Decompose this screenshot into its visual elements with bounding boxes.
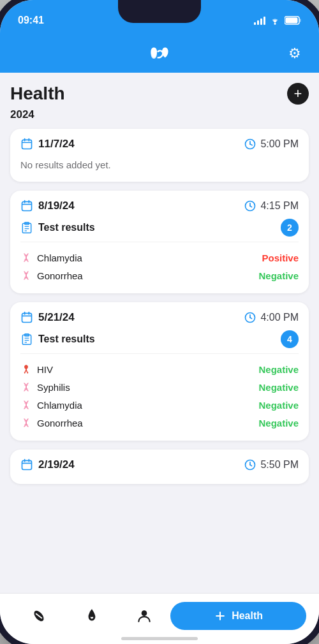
battery-icon [285,16,301,25]
app-logo [147,43,172,64]
result-name-hiv: HIV [20,363,53,375]
calendar-icon-1 [20,138,33,150]
dna-icon-chlamydia-3 [20,399,32,411]
flame-icon [84,608,100,624]
svg-line-52 [250,465,252,466]
card-header-2: 8/19/24 4:15 PM [20,200,299,212]
wifi-icon [269,16,281,25]
svg-rect-12 [22,201,32,210]
home-indicator [121,637,198,640]
year-label: 2024 [10,108,309,121]
health-card-2: 8/19/24 4:15 PM [10,191,309,293]
svg-point-4 [151,48,157,59]
phone-frame: 09:41 [0,0,319,644]
page-title: Health [10,84,65,104]
svg-rect-3 [286,18,298,24]
signal-icon [254,16,265,25]
no-results-text-1: No results added yet. [20,157,299,173]
top-nav: ⚙ [0,34,319,73]
result-name-syphilis: Syphilis [20,381,70,393]
clock-icon-1 [244,138,256,150]
status-icons [254,16,301,25]
svg-rect-5 [22,140,32,149]
dna-icon-chlamydia-2 [20,252,32,263]
card-time-4: 5:50 PM [244,458,299,471]
result-status-gonorrhea-3: Negative [258,418,299,428]
svg-line-11 [250,144,252,145]
health-card-1: 11/7/24 5:00 PM No results added yet. [10,129,309,182]
nav-pill-button[interactable] [13,608,65,624]
clock-icon-4 [244,458,256,471]
nav-person-button[interactable] [118,608,170,624]
svg-line-18 [250,206,252,207]
svg-point-55 [142,610,147,616]
settings-button[interactable]: ⚙ [283,42,306,65]
test-results-label-2: Test results [20,221,95,234]
count-badge-3: 4 [281,330,299,348]
card-time-3: 4:00 PM [244,311,299,324]
svg-rect-2 [300,19,301,22]
test-results-row-3: Test results 4 [20,330,299,354]
card-date-4: 2/19/24 [20,458,75,471]
card-date-1: 11/7/24 [20,138,75,150]
svg-line-34 [250,318,252,319]
add-button[interactable]: + [287,83,309,105]
bottom-nav: Health [0,593,319,644]
dna-icon-gonorrhea-3 [20,417,32,428]
svg-rect-46 [22,460,32,469]
calendar-icon-3 [20,311,33,324]
count-badge-2: 2 [281,219,299,237]
result-name-gonorrhea-2: Gonorrhea [20,270,83,281]
result-name-gonorrhea-3: Gonorrhea [20,417,83,428]
test-results-row-2: Test results 2 [20,219,299,242]
card-date-2: 8/19/24 [20,200,75,212]
nav-health-button[interactable]: Health [170,602,306,630]
calendar-icon-4 [20,458,33,471]
card-header-1: 11/7/24 5:00 PM [20,138,299,150]
result-row-chlamydia-3: Chlamydia Negative [20,396,299,414]
status-time: 09:41 [18,15,44,26]
clock-icon-3 [244,311,256,324]
card-time-1: 5:00 PM [244,138,299,150]
clock-icon-2 [244,200,256,212]
result-name-chlamydia-2: Chlamydia [20,252,82,263]
dna-icon-syphilis [20,381,32,393]
clipboard-icon-3 [20,333,33,346]
ribbon-icon-hiv [20,363,32,375]
result-row-gonorrhea-3: Gonorrhea Negative [20,414,299,432]
health-card-4: 2/19/24 5:50 PM [10,450,309,484]
dna-icon-gonorrhea-2 [20,270,32,281]
phone-notch [118,0,201,23]
clipboard-icon-2 [20,221,33,234]
card-header-4: 2/19/24 5:50 PM [20,458,299,471]
result-row-syphilis: Syphilis Negative [20,378,299,396]
result-name-chlamydia-3: Chlamydia [20,399,82,411]
result-status-gonorrhea-2: Negative [258,270,299,281]
result-status-chlamydia-3: Negative [258,400,299,411]
card-date-3: 5/21/24 [20,311,75,324]
card-time-2: 4:15 PM [244,200,299,212]
result-status-hiv: Negative [258,364,299,375]
svg-point-0 [274,23,276,25]
result-status-chlamydia-2: Positive [262,252,299,263]
health-card-3: 5/21/24 4:00 PM [10,302,309,441]
main-content: Health + 2024 11/7/24 [0,73,319,593]
svg-rect-28 [22,313,32,322]
result-row-gonorrhea-2: Gonorrhea Negative [20,267,299,284]
result-status-syphilis: Negative [258,382,299,393]
pill-icon [31,608,47,624]
result-row-hiv: HIV Negative [20,360,299,378]
page-header: Health + [10,83,309,105]
plus-icon-nav [214,610,226,622]
result-row-chlamydia-2: Chlamydia Positive [20,249,299,267]
calendar-icon-2 [20,200,33,212]
person-icon [136,608,152,624]
test-results-label-3: Test results [20,333,95,346]
nav-flame-button[interactable] [65,608,117,624]
card-header-3: 5/21/24 4:00 PM [20,311,299,324]
